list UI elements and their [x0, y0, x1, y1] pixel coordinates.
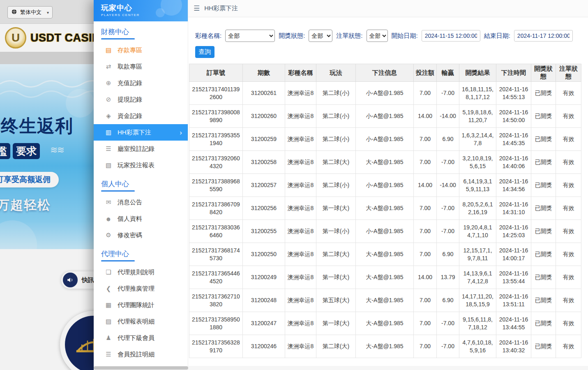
sidebar-item[interactable]: ☰會員投註明細: [94, 346, 188, 363]
cell-order-id: 2152173173867098420: [189, 197, 243, 220]
cell-order-id: 2152173173563289170: [189, 335, 243, 358]
bet-table-body: 215217317401139260031200261澳洲幸运8第二球(小)小-…: [189, 82, 581, 358]
cell-bet-info: 小-A盤@1.985: [356, 128, 414, 151]
cell-order-status: 有效: [556, 128, 581, 151]
cell-bet-amount: 7.00: [414, 82, 437, 105]
cell-bet-info: 大-A盤@1.985: [356, 289, 414, 312]
sidebar-item-label: 個人資料: [118, 215, 142, 223]
cell-bet-amount: 7.00: [414, 151, 437, 174]
section-underline: [101, 190, 135, 192]
cell-order-status: 有效: [556, 82, 581, 105]
table-row: 215217317386709842031200256澳洲幸运8第一球(大)大-…: [189, 197, 581, 220]
table-row: 215217317358950188031200247澳洲幸运8第一球(大)大-…: [189, 312, 581, 335]
sidebar-item-label: 代理推廣管理: [118, 285, 154, 293]
end-date-input[interactable]: [514, 30, 573, 42]
col-header-bet-amount: 投注額: [414, 64, 437, 82]
cell-lottery-name: 澳洲幸运8: [285, 105, 316, 128]
sidebar-item[interactable]: ⊕充值記錄: [94, 75, 188, 91]
cell-play-type: 第二球(小): [316, 82, 356, 105]
sidebar-item[interactable]: ▧玩家投注報表: [94, 157, 188, 173]
sidebar-item[interactable]: ♟代理下級會員: [94, 330, 188, 346]
end-date-label: 結束日期:: [484, 32, 510, 40]
sidebar-item[interactable]: ❏代理規則說明: [94, 264, 188, 280]
cell-period: 31200247: [243, 312, 285, 335]
table-row: 215217317383036646031200255澳洲幸运8第一球(小)小-…: [189, 220, 581, 243]
scrollbar-thumb[interactable]: [94, 366, 188, 370]
sidebar-item[interactable]: ▦代理團隊統計: [94, 297, 188, 313]
lottery-name-select[interactable]: 全部: [225, 30, 275, 42]
cell-bet-amount: 14.00: [414, 266, 437, 289]
cell-lottery-name: 澳洲幸运8: [285, 289, 316, 312]
section-title: 個人中心: [101, 179, 188, 189]
cell-bet-amount: 7.00: [414, 243, 437, 266]
sidebar-item-label: 廳室投註記錄: [118, 145, 154, 153]
sidebar-item-label: 會員投註明細: [118, 351, 154, 358]
cell-order-status: 有效: [556, 174, 581, 197]
sidebar-item-label: 取款專區: [118, 63, 142, 71]
cell-win-loss: 6.90: [437, 128, 459, 151]
col-header-order-id: 訂單號: [189, 64, 243, 82]
cell-draw-status: 已開獎: [531, 82, 556, 105]
col-header-play-type: 玩法: [316, 64, 356, 82]
cell-draw-result: 5,19,8,18,6,11,20,7: [459, 105, 496, 128]
cell-play-type: 第二球(小): [316, 105, 356, 128]
recharge-record-icon: ⊕: [105, 79, 112, 87]
table-row: 215217317401139260031200261澳洲幸运8第二球(小)小-…: [189, 82, 581, 105]
order-status-select[interactable]: 全部: [367, 30, 388, 42]
lottery-name-label: 彩種名稱:: [195, 32, 221, 40]
cell-draw-status: 已開獎: [531, 105, 556, 128]
sidebar-item[interactable]: ▨代理報表明細: [94, 313, 188, 330]
cell-draw-status: 已開獎: [531, 335, 556, 358]
menu-icon[interactable]: ☰: [194, 4, 200, 13]
sidebar-item[interactable]: ⚙修改密碼: [94, 227, 188, 243]
section-title: 財務中心: [101, 27, 188, 37]
cell-order-id: 2152173173589501880: [189, 312, 243, 335]
sidebar-item[interactable]: ☰廳室投註記錄: [94, 141, 188, 157]
cell-bet-time: 2024-11-16 13:44:55: [496, 312, 531, 335]
cell-order-status: 有效: [556, 335, 581, 358]
cell-draw-status: 已開獎: [531, 312, 556, 335]
search-button[interactable]: 查詢: [195, 46, 214, 58]
cell-win-loss: 6.90: [437, 243, 459, 266]
cell-play-type: 第一球(大): [316, 197, 356, 220]
sidebar-item[interactable]: ☻個人資料: [94, 210, 188, 227]
sidebar-item[interactable]: ⇄取款專區: [94, 58, 188, 75]
start-date-input[interactable]: [422, 30, 480, 42]
draw-status-select[interactable]: 全部: [309, 30, 332, 42]
cell-period: 31200258: [243, 151, 285, 174]
cell-draw-result: 19,20,4,8,14,7,1,10: [459, 220, 496, 243]
cell-order-id: 2152173173953551940: [189, 128, 243, 151]
sidebar-item[interactable]: ▤存款專區: [94, 42, 188, 58]
sidebar-item-label: 消息公告: [118, 199, 142, 206]
sidebar-item[interactable]: ✉消息公告: [94, 194, 188, 210]
cell-period: 31200261: [243, 82, 285, 105]
cell-draw-status: 已開獎: [531, 289, 556, 312]
table-row: 215217317388968559031200257澳洲幸运8第二球(小)小-…: [189, 174, 581, 197]
section-title: 代理中心: [101, 249, 188, 259]
cell-play-type: 第二球(小): [316, 128, 356, 151]
cell-bet-time: 2024-11-16 13:55:44: [496, 266, 531, 289]
cell-play-type: 第二球(大): [316, 335, 356, 358]
cell-bet-time: 2024-11-16 14:50:00: [496, 105, 531, 128]
cell-win-loss: -7.00: [437, 82, 459, 105]
cell-order-id: 2152173173627103820: [189, 289, 243, 312]
bet-table-wrap: 訂單號期數彩種名稱玩法下注信息投注額輸贏開獎結果下注時間開獎狀態注單狀態 215…: [189, 64, 581, 358]
cell-bet-time: 2024-11-16 14:40:06: [496, 151, 531, 174]
cell-period: 31200248: [243, 289, 285, 312]
cell-bet-amount: 7.00: [414, 220, 437, 243]
withdraw-icon: ⇄: [105, 63, 112, 70]
sidebar-item[interactable]: ▥HH彩票下注›: [94, 124, 188, 141]
sidebar-item[interactable]: ⊘提現記錄: [94, 91, 188, 108]
cell-draw-result: 1,6,3,2,14,4,7,8: [459, 128, 496, 151]
cell-bet-time: 2024-11-16 14:34:56: [496, 174, 531, 197]
sidebar-item[interactable]: ◈資金記錄: [94, 108, 188, 124]
chevron-right-icon: ›: [180, 129, 182, 136]
cell-order-id: 2152173173681745730: [189, 243, 243, 266]
cell-period: 31200250: [243, 243, 285, 266]
cell-bet-time: 2024-11-16 14:25:03: [496, 220, 531, 243]
sidebar-item[interactable]: ❮代理推廣管理: [94, 280, 188, 297]
horizontal-scrollbar[interactable]: [94, 366, 588, 370]
cell-play-type: 第二球(小): [316, 174, 356, 197]
player-center-subtitle: PLAYERS CENTER: [101, 13, 188, 17]
cell-period: 31200259: [243, 128, 285, 151]
